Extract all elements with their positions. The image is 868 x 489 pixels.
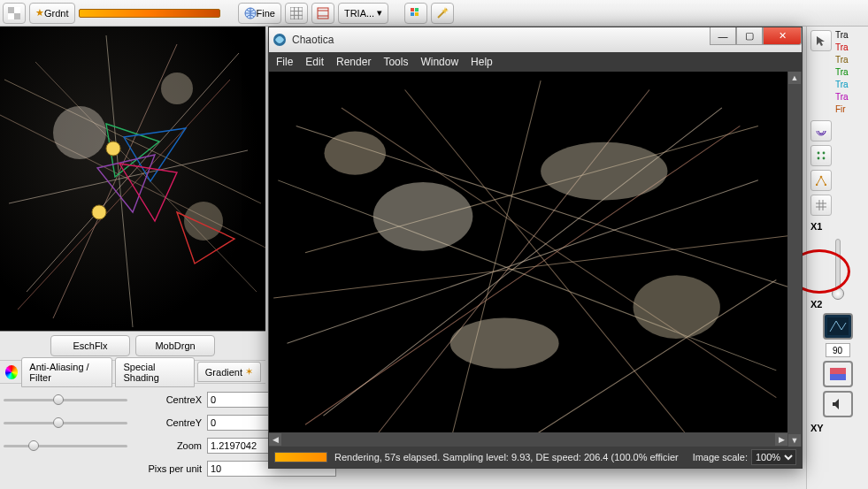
tab-gradient-label: Gradient bbox=[205, 367, 242, 378]
centrey-slider[interactable] bbox=[4, 415, 127, 431]
menu-file[interactable]: File bbox=[276, 56, 293, 68]
rail-grid2[interactable] bbox=[810, 195, 832, 216]
ppu-label: Pixs per unit bbox=[133, 463, 202, 474]
render-viewport[interactable]: ▲ ▼ ◀ ▶ bbox=[269, 72, 802, 447]
node-thumb-selected[interactable] bbox=[823, 313, 853, 340]
gradient-button[interactable]: ★ Grdnt bbox=[29, 3, 75, 24]
svg-point-52 bbox=[541, 142, 667, 201]
film-icon bbox=[317, 7, 329, 19]
tab-gradient[interactable]: Gradient ✶ bbox=[197, 362, 261, 382]
star-icon: ✶ bbox=[245, 366, 253, 378]
scroll-left-icon[interactable]: ◀ bbox=[269, 433, 281, 446]
node-slider[interactable] bbox=[835, 239, 841, 292]
top-toolbar: ★ Grdnt Fine TRIA... ▾ bbox=[0, 0, 868, 27]
svg-point-53 bbox=[634, 275, 720, 339]
wand-button[interactable] bbox=[431, 3, 454, 24]
fine-button[interactable]: Fine bbox=[238, 3, 281, 24]
menu-tools[interactable]: Tools bbox=[383, 56, 408, 68]
scroll-down-icon[interactable]: ▼ bbox=[788, 434, 801, 447]
centrex-slider[interactable] bbox=[4, 392, 127, 408]
svg-point-27 bbox=[818, 152, 820, 155]
svg-rect-1 bbox=[8, 7, 14, 13]
scroll-up-icon[interactable]: ▲ bbox=[788, 72, 801, 84]
svg-rect-7 bbox=[411, 12, 414, 16]
window-titlebar[interactable]: Chaotica — ▢ ✕ bbox=[269, 27, 802, 52]
rail-label-item[interactable]: Tra bbox=[835, 92, 856, 104]
svg-point-30 bbox=[823, 157, 826, 160]
svg-point-33 bbox=[820, 176, 823, 179]
svg-marker-24 bbox=[177, 212, 234, 264]
app-icon bbox=[273, 33, 287, 47]
grid-button[interactable] bbox=[285, 3, 308, 24]
palette-button[interactable] bbox=[404, 3, 427, 24]
menubar: File Edit Render Tools Window Help bbox=[269, 52, 802, 72]
rail-spiral[interactable] bbox=[810, 120, 832, 141]
mobdrgn-button[interactable]: MobDrgn bbox=[135, 335, 215, 356]
rail-label-item[interactable]: Tra bbox=[835, 30, 856, 42]
svg-rect-4 bbox=[318, 8, 328, 19]
tab-special-shading[interactable]: Special Shading bbox=[115, 357, 194, 387]
svg-rect-38 bbox=[269, 72, 802, 447]
minimize-button[interactable]: — bbox=[710, 27, 736, 45]
swatch-icon bbox=[830, 368, 846, 380]
tabs-row: Anti-Aliasing / Filter Special Shading G… bbox=[0, 361, 265, 384]
render-fractal bbox=[269, 72, 802, 447]
tria-dropdown[interactable]: TRIA... ▾ bbox=[338, 3, 388, 24]
node-thumb-3[interactable] bbox=[823, 391, 853, 417]
properties-form: CentreX CentreY Zoom Pixs per unit bbox=[0, 384, 265, 486]
gradient-preview[interactable] bbox=[79, 9, 220, 18]
angle-input[interactable] bbox=[826, 343, 850, 357]
progress-bar bbox=[274, 452, 327, 462]
transform-triangles[interactable] bbox=[71, 115, 239, 265]
x1-label: X1 bbox=[810, 221, 864, 232]
horizontal-scrollbar[interactable]: ◀ ▶ bbox=[269, 432, 787, 447]
rail-label-item[interactable]: Fir bbox=[835, 104, 856, 117]
close-button[interactable]: ✕ bbox=[763, 27, 802, 45]
editor-canvas[interactable] bbox=[0, 27, 265, 332]
rainbow-icon[interactable] bbox=[5, 365, 18, 379]
rail-label-item[interactable]: Tra bbox=[835, 80, 856, 92]
grid2-icon bbox=[816, 200, 826, 210]
svg-rect-2 bbox=[14, 13, 20, 19]
star-icon: ★ bbox=[35, 7, 44, 19]
svg-rect-6 bbox=[415, 8, 419, 11]
checker-toggle[interactable] bbox=[3, 3, 26, 24]
status-bar: Rendering, 57s elapsed. Sampling level: … bbox=[269, 447, 802, 468]
vertical-scrollbar[interactable]: ▲ ▼ bbox=[787, 72, 802, 447]
image-scale-label: Image scale: bbox=[693, 452, 748, 462]
rail-label-item[interactable]: Tra bbox=[835, 67, 856, 80]
menu-help[interactable]: Help bbox=[471, 56, 493, 68]
film-button[interactable] bbox=[311, 3, 334, 24]
image-scale-select[interactable]: 100% bbox=[751, 449, 796, 465]
rail-vector[interactable] bbox=[810, 170, 832, 191]
svg-marker-22 bbox=[97, 155, 155, 212]
menu-render[interactable]: Render bbox=[336, 56, 371, 68]
centrex-label: CentreX bbox=[133, 394, 202, 405]
rail-cursor[interactable] bbox=[810, 30, 832, 51]
wand-icon bbox=[436, 7, 449, 19]
spiral-icon bbox=[816, 126, 826, 136]
node-thumb-2[interactable] bbox=[823, 361, 853, 387]
globe-icon bbox=[244, 7, 257, 19]
maximize-button[interactable]: ▢ bbox=[736, 27, 763, 45]
grid-icon bbox=[290, 7, 303, 19]
menu-edit[interactable]: Edit bbox=[305, 56, 324, 68]
svg-point-51 bbox=[373, 182, 473, 251]
chaotica-window[interactable]: Chaotica — ▢ ✕ File Edit Render Tools Wi… bbox=[268, 27, 803, 469]
rail-dots[interactable] bbox=[810, 145, 832, 166]
window-title: Chaotica bbox=[292, 34, 334, 46]
eschflx-button[interactable]: EschFlx bbox=[50, 335, 130, 356]
chevron-down-icon: ▾ bbox=[377, 7, 382, 19]
rail-label-item[interactable]: Tra bbox=[835, 55, 856, 67]
scroll-right-icon[interactable]: ▶ bbox=[775, 433, 787, 446]
svg-rect-5 bbox=[411, 8, 414, 11]
svg-point-55 bbox=[324, 132, 386, 175]
status-text: Rendering, 57s elapsed. Sampling level: … bbox=[334, 452, 686, 462]
node-preview-icon bbox=[827, 317, 849, 335]
zoom-slider[interactable] bbox=[4, 438, 127, 454]
palette-icon bbox=[410, 7, 422, 19]
tab-anti-aliasing[interactable]: Anti-Aliasing / Filter bbox=[21, 357, 112, 387]
dots-icon bbox=[816, 150, 826, 161]
rail-label-item[interactable]: Tra bbox=[835, 42, 856, 55]
menu-window[interactable]: Window bbox=[420, 56, 458, 68]
